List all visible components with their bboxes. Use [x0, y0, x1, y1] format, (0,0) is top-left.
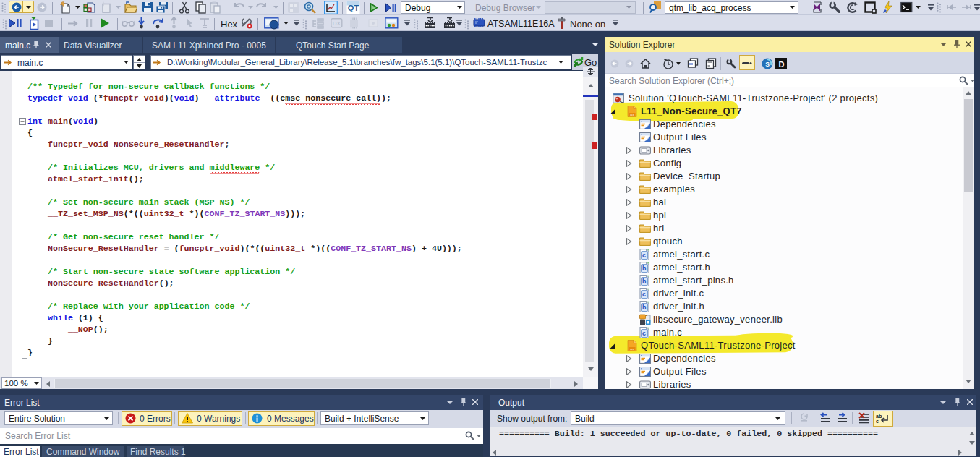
svg-text:acx: acx: [630, 348, 634, 351]
svg-text:DX: DX: [333, 20, 341, 27]
svg-text:c: c: [876, 419, 879, 424]
svg-text:acx: acx: [630, 114, 634, 116]
svg-text:ab: ab: [876, 414, 882, 419]
svg-text:QT: QT: [348, 4, 359, 12]
svg-text:D: D: [779, 60, 785, 69]
svg-text:S: S: [765, 61, 770, 68]
